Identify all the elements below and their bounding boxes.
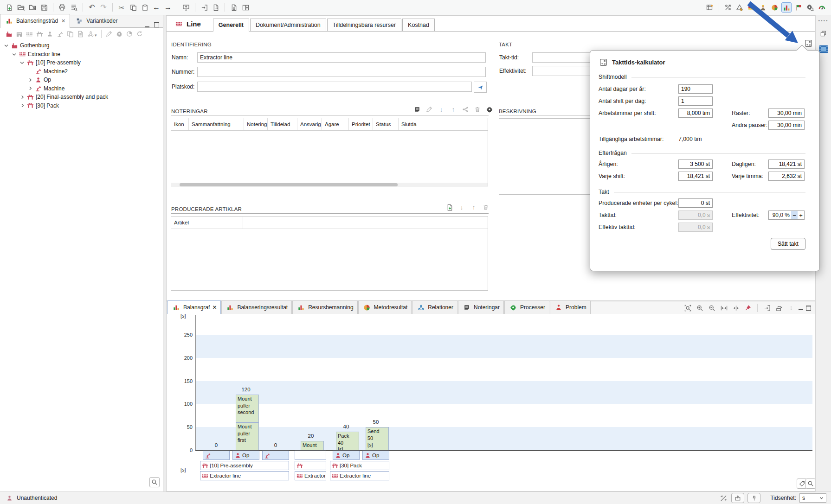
percent-link-icon[interactable] [723,3,733,12]
paste-icon[interactable] [140,3,149,12]
import-icon[interactable] [762,303,772,313]
drag-handle-icon[interactable]: •••• [818,18,828,23]
new-document-icon[interactable] [5,3,14,12]
varje-timma-input[interactable] [768,172,805,181]
share-icon[interactable] [461,105,470,114]
artikel-column-header[interactable]: Artikel [171,217,243,229]
tree-item-op[interactable]: Op [0,76,163,84]
fit-center-icon[interactable] [731,303,741,313]
tab-processer[interactable]: Processer [504,300,549,314]
maximize-icon[interactable] [154,22,159,27]
pin-button[interactable] [747,493,760,503]
tab-balansgraf[interactable]: Balansgraf✕ [167,300,221,314]
pencil-icon[interactable] [425,105,434,114]
cut-icon[interactable]: ✂ [117,3,126,12]
flag-status-icon[interactable] [794,3,803,12]
document-icon[interactable] [76,29,85,38]
tab-kostnad[interactable]: Kostnad [402,19,435,31]
navigate-forward-icon[interactable]: → [163,3,173,12]
undo-icon[interactable]: ↶ [87,3,97,12]
antal-shift-input[interactable] [678,96,713,106]
maximize-icon[interactable] [806,306,811,311]
flag-de-icon[interactable] [747,3,756,12]
resource-cell[interactable]: Op [333,451,360,460]
close-folder-icon[interactable] [28,3,37,12]
arligen-input[interactable] [678,159,713,169]
station-cell[interactable] [295,461,326,470]
tab-balanseringsträd[interactable]: Balanseringsträd✕ [0,14,70,28]
chevron-collapsed-icon[interactable] [19,94,25,100]
chevron-collapsed-icon[interactable] [19,103,25,108]
tree-item-machine2[interactable]: Machine2 [0,67,163,76]
dropdown-caret-icon[interactable]: ▾ [95,33,97,38]
fit-width-icon[interactable] [719,303,728,313]
document-icon[interactable] [229,3,238,12]
noteringar-hscrollbar[interactable] [171,183,488,187]
refresh-icon[interactable] [135,29,144,38]
gear-icon[interactable] [485,105,494,114]
tab-resursbemanning[interactable]: Resursbemanning [292,300,357,314]
tree-item-extractor-line[interactable]: Extractor line [0,50,163,59]
column-header-ikon[interactable]: Ikon [171,118,189,130]
pin-icon[interactable] [743,303,753,313]
platskod-pick-button[interactable] [474,82,487,93]
pie-chart-icon[interactable] [770,3,779,12]
producerade-enheter-input[interactable] [678,198,713,208]
varje-shift-input[interactable] [678,172,713,181]
gauge-icon[interactable] [817,3,826,12]
trash-icon[interactable] [473,105,482,114]
chevron-collapsed-icon[interactable] [27,77,33,83]
relations-caret-icon[interactable] [86,29,95,38]
new-table-icon[interactable] [705,3,715,12]
resource-cell[interactable] [203,451,230,460]
redo-icon[interactable]: ↷ [99,3,108,12]
arrow-up-icon[interactable]: ↑ [449,105,458,114]
bar-segment[interactable]: Mount [301,441,324,450]
dagligen-input[interactable] [768,159,805,169]
line-cell[interactable]: Extractor line [330,471,389,480]
navigate-back-icon[interactable]: ← [152,3,161,12]
station-cell[interactable]: [30] Pack [330,461,389,470]
resource-cell[interactable]: Op [232,451,259,460]
column-header-ansvarig[interactable]: Ansvarig [297,118,322,130]
chart-zoom-button[interactable] [805,478,816,489]
station-icon[interactable] [35,29,44,38]
chevron-expanded-icon[interactable] [12,51,17,57]
restore-panel-icon[interactable] [819,29,828,38]
minimize-icon[interactable] [799,306,803,310]
chevron-expanded-icon[interactable] [4,43,9,48]
tab-variantkoder[interactable]: Variantkoder [70,14,122,27]
archive-button[interactable] [731,493,744,503]
open-folder-icon[interactable] [16,3,26,12]
column-header--gare[interactable]: Ägare [322,118,349,130]
noteringar-table[interactable]: IkonSammanfattningNoterings...TilldeladA… [171,118,488,186]
chevron-collapsed-icon[interactable] [27,86,33,91]
tree-item--20-final-assembly-and-pack[interactable]: [20] Final-assembly and pack [0,93,163,102]
tab-relationer[interactable]: Relationer [412,300,457,314]
tree-zoom-button[interactable] [149,477,160,487]
tab-noteringar[interactable]: Noteringar [458,300,504,314]
resource-cell[interactable]: Op [362,451,389,460]
arrow-down-icon[interactable]: ↓ [457,203,466,212]
tab-tilldelningsbara-resurser[interactable]: Tilldelningsbara resurser [327,19,401,31]
pencil-icon[interactable] [105,29,114,38]
pie-clock-icon[interactable] [125,29,134,38]
producerade-table[interactable]: Artikel [171,216,488,291]
tree-item-gothenburg[interactable]: Gothenburg [0,41,163,50]
bar-segment[interactable]: Mountpullerfirst [236,422,259,450]
bar-segment[interactable]: Send50[s] [366,427,389,450]
platskod-input[interactable] [197,82,472,92]
arrow-up-icon[interactable]: ↑ [469,203,478,212]
namn-input[interactable] [197,52,486,63]
scrollbar-thumb[interactable] [180,183,398,186]
tab-generellt[interactable]: Generellt [213,19,249,32]
resource-cell[interactable] [262,451,289,460]
building-icon[interactable] [15,29,24,38]
machine-icon[interactable] [56,29,64,38]
increase-button[interactable]: + [798,211,804,219]
note-icon[interactable] [412,105,422,114]
nummer-input[interactable] [197,67,486,77]
arrow-down-icon[interactable]: ↓ [437,105,446,114]
tree-item--10-pre-assembly[interactable]: [10] Pre-assembly [0,58,163,67]
tab-dokument-administration[interactable]: Dokument/Administration [250,19,326,31]
